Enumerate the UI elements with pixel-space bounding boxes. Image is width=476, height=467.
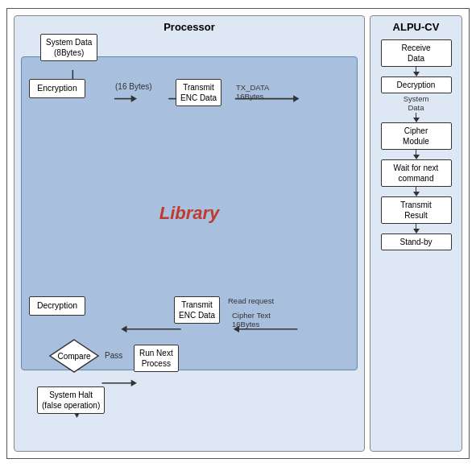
transmit-enc-top-label: TransmitENC Data (176, 79, 221, 106)
run-next-box: Run NextProcess (134, 345, 179, 372)
stand-by-box: Stand-by (381, 234, 452, 250)
tx-data-label: TX_DATA16Bytes (236, 83, 269, 101)
run-next-label: Run NextProcess (134, 345, 179, 372)
system-data-label: System Data(8Bytes) (40, 34, 97, 61)
compare-label: Compare (57, 352, 90, 361)
alpu-flow: ReceiveData Decryption SystemData Cipher… (375, 39, 457, 250)
alpu-system-data-label: SystemData (404, 94, 429, 112)
read-request-label: Read request (228, 296, 274, 305)
transmit-result-box: TransmitResult (381, 196, 452, 224)
system-data-box: System Data(8Bytes) (40, 34, 97, 61)
wait-command-box: Wait for nextcommand (381, 159, 452, 187)
cipher-module-label: CipherModule (403, 126, 429, 146)
alpu-section: ALPU-CV ReceiveData Decryption SystemDat… (370, 15, 462, 452)
encryption-box: Encryption (29, 79, 85, 98)
processor-title: Processor (19, 21, 359, 33)
decryption-box: Decryption (29, 296, 85, 316)
processor-section: Processor Library (14, 15, 365, 452)
system-halt-box: System Halt(false operation) (37, 386, 105, 414)
system-halt-label: System Halt(false operation) (37, 386, 105, 414)
cipher-module-box: CipherModule (381, 122, 452, 150)
cipher-text-label: Cipher Text16Bytes (232, 311, 271, 329)
svg-marker-17 (131, 379, 137, 386)
pass-label: Pass (105, 351, 122, 360)
alpu-decryption-label: Decryption (397, 81, 436, 89)
alpu-title: ALPU-CV (393, 21, 440, 33)
decryption-label: Decryption (29, 296, 85, 316)
alpu-decryption-box: Decryption (381, 76, 452, 93)
transmit-result-label: TransmitResult (400, 200, 432, 220)
compare-diamond-container: Compare (48, 338, 100, 374)
16bytes-label: (16 Bytes) (115, 82, 152, 91)
receive-data-box: ReceiveData (381, 39, 452, 67)
wait-command-label: Wait for nextcommand (394, 163, 439, 183)
transmit-enc-bottom-label: TransmitENC Data (174, 296, 220, 324)
transmit-enc-top: TransmitENC Data (176, 79, 221, 106)
receive-data-label: ReceiveData (401, 43, 430, 63)
encryption-label: Encryption (29, 79, 85, 98)
stand-by-label: Stand-by (399, 238, 432, 246)
compare-diamond: Compare (48, 338, 100, 374)
transmit-enc-bottom: TransmitENC Data (174, 296, 220, 324)
library-label: Library (159, 203, 220, 224)
main-diagram: Processor Library (6, 8, 470, 459)
